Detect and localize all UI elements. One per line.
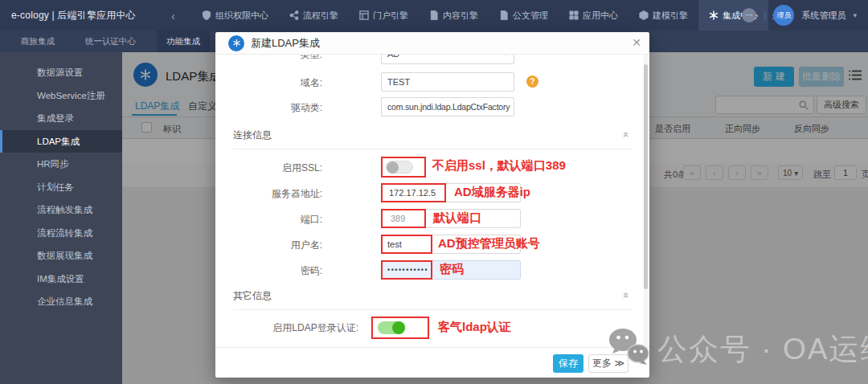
watermark-text: 公众号 · OA运维 (657, 329, 868, 370)
sidebar-item-integration-login[interactable]: 集成登录 (0, 107, 122, 130)
collapse-icon[interactable]: « (620, 132, 633, 137)
topbar-right: ⋯ | 理员 系统管理员 ▾ (742, 0, 868, 31)
driver-label: 驱动类: (233, 101, 322, 115)
shield-icon (202, 10, 211, 20)
topbar-item-modeling-engine[interactable]: 建模引擎 (628, 0, 698, 31)
sidebar-item-hr-sync[interactable]: HR同步 (0, 153, 122, 176)
dialog-footer: 保存 更多 ≫ (215, 347, 649, 378)
ldap-auth-label: 启用LDAP登录认证: (233, 321, 358, 335)
port-label: 端口: (233, 213, 322, 227)
help-icon[interactable]: ? (526, 76, 538, 88)
back-chevron-icon[interactable]: ‹ (171, 9, 175, 22)
topbar-item-label: 公文管理 (513, 10, 548, 22)
ldap-auth-annotation: 客气ldap认证 (438, 320, 511, 335)
server-annotation: AD域服务器ip (454, 185, 530, 200)
password-annotation: 密码 (440, 262, 464, 277)
document-icon (499, 10, 509, 20)
dialog-scrollbar-thumb[interactable] (644, 64, 648, 289)
ldap-auth-annotation-box (371, 317, 429, 339)
topbar-item-label: 组织权限中心 (215, 10, 268, 22)
section-other-title: 其它信息 (233, 289, 272, 303)
sidebar-item-im-settings[interactable]: IM集成设置 (0, 268, 122, 291)
username-annotation-box (381, 235, 432, 254)
topbar-item-portal-engine[interactable]: 门户引擎 (349, 0, 419, 31)
section-divider (233, 309, 632, 310)
collapse-icon[interactable]: « (620, 292, 633, 298)
port-annotation: 默认端口 (433, 210, 481, 226)
sidebar-item-data-display[interactable]: 数据展现集成 (0, 244, 122, 268)
username[interactable]: 系统管理员 (801, 10, 845, 22)
topbar-item-app-center[interactable]: 应用中心 (559, 0, 628, 31)
topbar-item-label: 内容引擎 (443, 10, 478, 22)
portal-layout-icon (359, 10, 369, 20)
topbar-item-label: 建模引擎 (653, 10, 688, 22)
dialog-title: 新建LDAP集成 (251, 36, 320, 51)
grid-icon (569, 10, 579, 20)
new-ldap-dialog: 新建LDAP集成 ✕ 类型: AD ▾ 域名: TEST ? 驱动类: com.… (215, 32, 649, 378)
username-label: 用户名: (233, 239, 322, 252)
domain-label: 域名: (233, 76, 322, 90)
more-icon[interactable]: ⋯ (742, 8, 756, 22)
sidebar-item-workflow-flow[interactable]: 流程流转集成 (0, 222, 122, 245)
avatar[interactable]: 理员 (773, 5, 794, 26)
sidebar-item-ldap[interactable]: LDAP集成 (0, 130, 122, 153)
divider: | (764, 10, 766, 21)
chevron-down-icon: ▾ (504, 55, 508, 57)
dialog-header: 新建LDAP集成 ✕ (215, 32, 649, 55)
cube-icon (639, 10, 649, 20)
topbar-item-org-permission-center[interactable]: 组织权限中心 (191, 0, 279, 31)
topbar-item-label: 门户引擎 (373, 10, 408, 22)
subnav-item-travel-integration[interactable]: 商旅集成 (11, 31, 64, 52)
sidebar-item-workflow-trigger[interactable]: 流程触发集成 (0, 198, 122, 222)
app-window: e-cology | 后端引擎应用中心 ‹ 组织权限中心 流程引擎 门户引擎 内… (0, 0, 868, 384)
ldap-dialog-icon (228, 35, 244, 51)
type-value: AD (387, 55, 399, 59)
username-annotation: AD预控管理员账号 (438, 236, 540, 251)
topbar: e-cology | 后端引擎应用中心 ‹ 组织权限中心 流程引擎 门户引擎 内… (0, 0, 868, 31)
ssl-annotation-box (381, 157, 426, 178)
domain-value: TEST (387, 77, 410, 87)
sidebar-item-enterprise-info[interactable]: 企业信息集成 (0, 290, 122, 313)
topbar-item-content-engine[interactable]: 内容引擎 (419, 0, 489, 31)
type-label: 类型: (233, 55, 322, 62)
chevron-down-icon[interactable]: ▾ (853, 11, 857, 19)
topbar-item-label: 应用中心 (583, 10, 618, 22)
ssl-label: 启用SSL: (233, 161, 322, 175)
password-annotation-box (381, 260, 432, 280)
subnav-item-function-integration[interactable]: 功能集成 (157, 31, 210, 52)
topbar-nav: 组织权限中心 流程引擎 门户引擎 内容引擎 公文管理 应用中心 (191, 0, 776, 31)
ssl-annotation: 不启用ssl，默认端口389 (432, 158, 566, 174)
section-connection-title: 连接信息 (233, 129, 272, 142)
topbar-item-label: 流程引擎 (303, 10, 338, 22)
save-button[interactable]: 保存 (553, 354, 583, 373)
password-label: 密码: (233, 264, 322, 278)
sidebar-item-webservice[interactable]: WebService注册 (0, 84, 122, 108)
driver-value: com.sun.jndi.ldap.LdapCtxFactory (387, 102, 510, 112)
server-label: 服务器地址: (233, 187, 322, 201)
sidebar-item-datasource[interactable]: 数据源设置 (0, 61, 122, 84)
section-divider (233, 149, 632, 149)
subnav-item-unified-auth-center[interactable]: 统一认证中心 (76, 31, 145, 52)
domain-field[interactable]: TEST (381, 72, 514, 92)
close-icon[interactable]: ✕ (632, 36, 641, 49)
dialog-body: 类型: AD ▾ 域名: TEST ? 驱动类: com.sun.jndi.ld… (215, 55, 649, 347)
driver-field[interactable]: com.sun.jndi.ldap.LdapCtxFactory (381, 97, 514, 116)
sidebar: 数据源设置 WebService注册 集成登录 LDAP集成 HR同步 计划任务… (0, 52, 122, 384)
type-select[interactable]: AD ▾ (381, 55, 514, 64)
server-annotation-box (381, 183, 446, 202)
sidebar-item-scheduled-tasks[interactable]: 计划任务 (0, 176, 122, 199)
port-annotation-box (381, 209, 426, 228)
app-logo: e-cology | 后端引擎应用中心 (11, 9, 136, 22)
topbar-item-official-doc[interactable]: 公文管理 (489, 0, 559, 31)
wechat-icon (604, 323, 651, 370)
watermark: 公众号 · OA运维 (604, 323, 651, 370)
document-icon (429, 10, 439, 20)
topbar-item-workflow-engine[interactable]: 流程引擎 (279, 0, 349, 31)
integration-asterisk-icon (709, 10, 719, 20)
workflow-icon (289, 10, 299, 20)
